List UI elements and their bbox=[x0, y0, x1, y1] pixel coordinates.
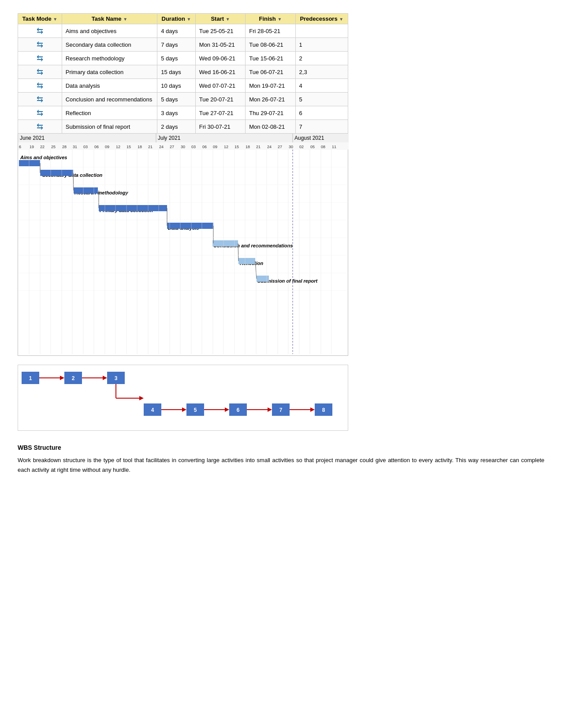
bar-3 bbox=[74, 187, 98, 194]
nd-arrowhead-5-6 bbox=[225, 407, 229, 412]
day-24b: 24 bbox=[267, 145, 272, 149]
nd-label-3: 3 bbox=[115, 375, 118, 381]
cell-start-6: Tue 20-07-21 bbox=[195, 93, 245, 106]
col-header-name[interactable]: Task Name ▼ bbox=[62, 14, 157, 24]
nd-label-6: 6 bbox=[237, 407, 240, 413]
month-august: August 2021 bbox=[294, 135, 324, 141]
nd-label-2: 2 bbox=[72, 375, 75, 381]
cell-duration-5: 10 days bbox=[157, 79, 196, 93]
cell-mode-5: ⇆ bbox=[18, 79, 62, 93]
col-header-duration[interactable]: Duration ▼ bbox=[157, 14, 196, 24]
network-svg: 1 2 3 4 5 6 bbox=[18, 365, 349, 431]
day-6: 6 bbox=[19, 145, 21, 149]
cell-duration-6: 5 days bbox=[157, 93, 196, 106]
cell-name-7: Reflection bbox=[62, 106, 157, 120]
cell-finish-6: Mon 26-07-21 bbox=[246, 93, 295, 106]
bar-2 bbox=[40, 170, 73, 176]
table-row: ⇆Primary data collection15 daysWed 16-06… bbox=[18, 65, 348, 79]
network-diagram: 1 2 3 4 5 6 bbox=[18, 365, 348, 431]
day-12a: 12 bbox=[116, 145, 120, 149]
day-03b: 03 bbox=[191, 145, 196, 149]
cell-finish-7: Thu 29-07-21 bbox=[246, 106, 295, 120]
bar-1 bbox=[19, 160, 40, 166]
cell-predecessors-1 bbox=[295, 24, 348, 38]
month-june: June 2021 bbox=[20, 135, 45, 141]
cell-duration-2: 7 days bbox=[157, 38, 196, 52]
wbs-text-section: WBS Structure Work breakdown structure i… bbox=[18, 444, 544, 475]
nd-arrowhead-4-5 bbox=[182, 407, 186, 412]
day-09a: 09 bbox=[105, 145, 109, 149]
cell-predecessors-4: 2,3 bbox=[295, 65, 348, 79]
cell-finish-8: Mon 02-08-21 bbox=[246, 120, 295, 134]
wbs-title: WBS Structure bbox=[18, 444, 544, 451]
nd-arrowhead-6-7 bbox=[268, 407, 272, 412]
cell-mode-4: ⇆ bbox=[18, 65, 62, 79]
cell-finish-1: Fri 28-05-21 bbox=[246, 24, 295, 38]
nd-label-1: 1 bbox=[29, 375, 32, 381]
cell-predecessors-7: 6 bbox=[295, 106, 348, 120]
gantt-svg: June 2021 July 2021 August 2021 Aims and… bbox=[18, 134, 349, 354]
nd-label-5: 5 bbox=[194, 407, 197, 413]
table-row: ⇆Secondary data collection7 daysMon 31-0… bbox=[18, 38, 348, 52]
sort-arrow-mode: ▼ bbox=[53, 17, 57, 22]
day-08: 08 bbox=[321, 145, 325, 149]
sort-arrow-finish: ▼ bbox=[277, 17, 282, 22]
cell-duration-4: 15 days bbox=[157, 65, 196, 79]
cell-duration-1: 4 days bbox=[157, 24, 196, 38]
day-24a: 24 bbox=[159, 145, 164, 149]
day-15b: 15 bbox=[234, 145, 239, 149]
cell-start-1: Tue 25-05-21 bbox=[195, 24, 245, 38]
day-31: 31 bbox=[73, 145, 77, 149]
cell-start-7: Tue 27-07-21 bbox=[195, 106, 245, 120]
task-mode-icon: ⇆ bbox=[37, 40, 43, 49]
col-header-mode[interactable]: Task Mode ▼ bbox=[18, 14, 62, 24]
cell-finish-3: Tue 15-06-21 bbox=[246, 52, 295, 65]
bar-4 bbox=[99, 205, 167, 211]
cell-finish-2: Tue 08-06-21 bbox=[246, 38, 295, 52]
cell-finish-4: Tue 06-07-21 bbox=[246, 65, 295, 79]
cell-mode-7: ⇆ bbox=[18, 106, 62, 120]
day-21b: 21 bbox=[256, 145, 261, 149]
day-18a: 18 bbox=[138, 145, 142, 149]
month-july: July 2021 bbox=[158, 135, 181, 141]
day-27a: 27 bbox=[170, 145, 174, 149]
day-19: 19 bbox=[30, 145, 34, 149]
cell-predecessors-5: 4 bbox=[295, 79, 348, 93]
day-27b: 27 bbox=[278, 145, 282, 149]
cell-name-1: Aims and objectives bbox=[62, 24, 157, 38]
day-11: 11 bbox=[332, 145, 336, 149]
cell-mode-6: ⇆ bbox=[18, 93, 62, 106]
cell-predecessors-6: 5 bbox=[295, 93, 348, 106]
cell-start-2: Mon 31-05-21 bbox=[195, 38, 245, 52]
task-mode-icon: ⇆ bbox=[37, 67, 43, 76]
bar-8 bbox=[257, 276, 269, 282]
task-mode-icon: ⇆ bbox=[37, 54, 43, 63]
cell-duration-8: 2 days bbox=[157, 120, 196, 134]
wbs-description: Work breakdown structure is the type of … bbox=[18, 455, 544, 475]
cell-predecessors-3: 2 bbox=[295, 52, 348, 65]
table-row: ⇆Reflection3 daysTue 27-07-21Thu 29-07-2… bbox=[18, 106, 348, 120]
day-18b: 18 bbox=[246, 145, 250, 149]
day-21a: 21 bbox=[148, 145, 153, 149]
sort-arrow-start: ▼ bbox=[226, 17, 230, 22]
nd-arrowhead-1-2 bbox=[60, 376, 64, 380]
col-header-predecessors[interactable]: Predecessors ▼ bbox=[295, 14, 348, 24]
task-label-1: Aims and objectives bbox=[20, 155, 67, 160]
cell-start-4: Wed 16-06-21 bbox=[195, 65, 245, 79]
cell-duration-7: 3 days bbox=[157, 106, 196, 120]
task-mode-icon: ⇆ bbox=[37, 95, 43, 104]
nd-arrowhead-7-8 bbox=[310, 407, 315, 412]
day-30b: 30 bbox=[289, 145, 293, 149]
col-header-start[interactable]: Start ▼ bbox=[195, 14, 245, 24]
cell-predecessors-8: 7 bbox=[295, 120, 348, 134]
sort-arrow-duration: ▼ bbox=[187, 17, 191, 22]
col-header-finish[interactable]: Finish ▼ bbox=[246, 14, 295, 24]
bar-7 bbox=[238, 258, 255, 264]
cell-start-5: Wed 07-07-21 bbox=[195, 79, 245, 93]
nd-label-4: 4 bbox=[151, 407, 154, 413]
day-06b: 06 bbox=[202, 145, 207, 149]
nd-arrowhead-3-4 bbox=[139, 396, 144, 400]
day-06a: 06 bbox=[94, 145, 99, 149]
cell-mode-1: ⇆ bbox=[18, 24, 62, 38]
day-15a: 15 bbox=[127, 145, 131, 149]
